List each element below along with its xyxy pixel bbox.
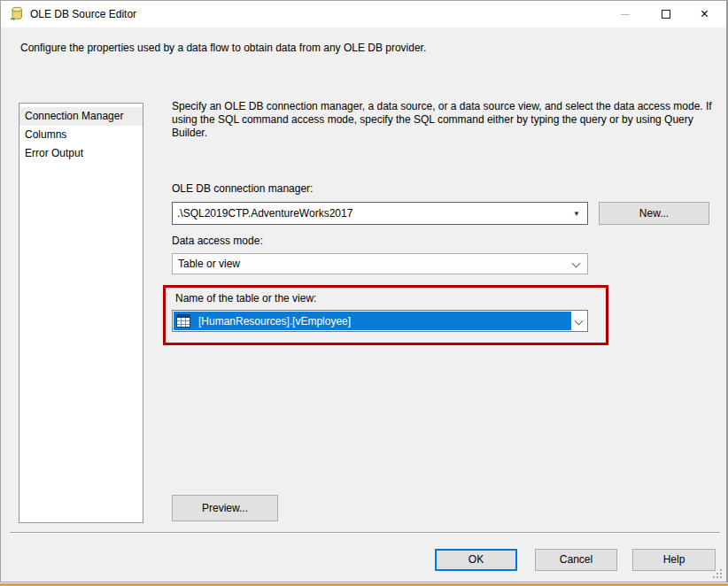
sidebar-item-error-output[interactable]: Error Output xyxy=(19,144,143,163)
resize-grip[interactable] xyxy=(711,567,722,578)
table-icon xyxy=(176,314,190,328)
database-app-icon xyxy=(9,6,25,22)
footer-divider xyxy=(10,532,720,534)
dropdown-arrow-icon: ▼ xyxy=(573,210,580,218)
close-icon: × xyxy=(701,7,709,21)
chevron-down-icon xyxy=(575,317,584,326)
connection-manager-dropdown-button[interactable]: ▼ xyxy=(567,204,586,223)
help-button[interactable]: Help xyxy=(632,549,716,571)
title-bar: OLE DB Source Editor × xyxy=(1,1,726,27)
connection-manager-combobox[interactable]: .\SQL2019CTP.AdventureWorks2017 ▼ xyxy=(172,202,588,225)
dialog-description: Configure the properties used by a data … xyxy=(20,42,711,54)
instructions-text: Specify an OLE DB connection manager, a … xyxy=(172,100,723,140)
data-access-mode-value: Table or view xyxy=(178,254,240,274)
chevron-down-icon xyxy=(572,259,581,268)
ole-db-source-editor-dialog: OLE DB Source Editor × Configure the pro… xyxy=(0,0,728,583)
table-name-combobox[interactable]: [HumanResources].[vEmployee] xyxy=(172,310,588,332)
preview-button[interactable]: Preview... xyxy=(172,495,278,521)
connection-manager-label: OLE DB connection manager: xyxy=(172,182,313,195)
maximize-button[interactable] xyxy=(646,1,685,27)
maximize-icon xyxy=(662,10,670,19)
ok-button[interactable]: OK xyxy=(435,549,517,571)
page-list: Connection Manager Columns Error Output xyxy=(19,103,143,523)
data-access-mode-label: Data access mode: xyxy=(172,235,263,247)
minimize-button[interactable] xyxy=(605,1,645,27)
selected-table-entry: [HumanResources].[vEmployee] xyxy=(174,312,572,330)
connection-manager-value: .\SQL2019CTP.AdventureWorks2017 xyxy=(177,203,352,224)
close-button[interactable]: × xyxy=(685,1,724,27)
sidebar-item-connection-manager[interactable]: Connection Manager xyxy=(19,107,143,126)
table-name-value: [HumanResources].[vEmployee] xyxy=(198,315,351,328)
table-name-dropdown-button[interactable] xyxy=(571,312,587,330)
table-name-label: Name of the table or the view: xyxy=(175,292,316,305)
new-connection-button[interactable]: New... xyxy=(599,202,709,225)
sidebar-item-columns[interactable]: Columns xyxy=(19,126,143,144)
cancel-button[interactable]: Cancel xyxy=(535,549,617,571)
minimize-icon xyxy=(621,14,630,15)
data-access-mode-combobox[interactable]: Table or view xyxy=(172,253,588,274)
window-title: OLE DB Source Editor xyxy=(30,1,136,27)
